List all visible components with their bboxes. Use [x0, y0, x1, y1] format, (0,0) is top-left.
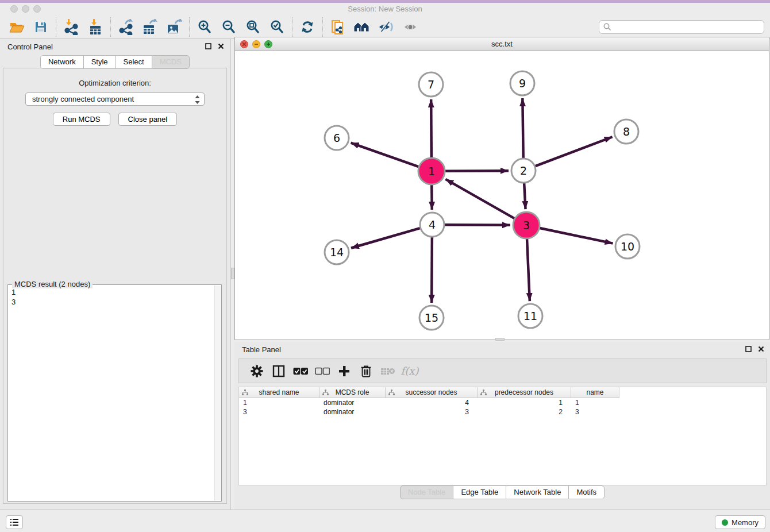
- tab-node-table[interactable]: Node Table: [400, 485, 454, 499]
- refresh-button[interactable]: [295, 17, 319, 37]
- close-panel-icon[interactable]: [758, 346, 764, 352]
- result-scrollbar[interactable]: [214, 286, 221, 500]
- graph-node-1[interactable]: 1: [418, 158, 445, 184]
- graph-node-15[interactable]: 15: [419, 306, 444, 330]
- graph-node-9[interactable]: 9: [510, 71, 534, 95]
- graph-node-3[interactable]: 3: [513, 212, 540, 238]
- zoom-in-icon: [197, 20, 212, 34]
- export-image-button[interactable]: [162, 17, 186, 37]
- show-graphics-details-button[interactable]: [398, 17, 422, 37]
- graph-edge-1-6[interactable]: [351, 143, 419, 167]
- graph-edge-4-14[interactable]: [351, 228, 420, 248]
- table-cell[interactable]: dominator: [319, 407, 386, 417]
- tab-select[interactable]: Select: [116, 55, 152, 69]
- graph-edge-2-9[interactable]: [522, 98, 523, 158]
- task-history-button[interactable]: [6, 515, 23, 529]
- graph-edge-3-1[interactable]: [445, 179, 514, 218]
- graph-edge-3-11[interactable]: [527, 239, 530, 301]
- zoom-out-button[interactable]: [217, 17, 241, 37]
- column-header-predecessor-nodes[interactable]: predecessor nodes: [478, 387, 571, 398]
- unchecked-boxes-icon: [315, 367, 330, 375]
- graph-node-2[interactable]: 2: [511, 159, 536, 183]
- tab-style[interactable]: Style: [83, 55, 116, 69]
- graph-node-label: 11: [523, 310, 537, 322]
- graph-node-6[interactable]: 6: [325, 126, 349, 150]
- table-cell[interactable]: 3: [239, 407, 319, 417]
- table-cell[interactable]: dominator: [319, 398, 386, 407]
- graph-edge-1-7[interactable]: [431, 99, 432, 157]
- export-network-button[interactable]: [114, 17, 138, 37]
- graph-node-4[interactable]: 4: [420, 213, 444, 237]
- zoom-fit-button[interactable]: [241, 17, 265, 37]
- toggle-columns-button[interactable]: [268, 361, 290, 381]
- search-field[interactable]: [599, 20, 764, 34]
- table-cell[interactable]: 1: [239, 398, 319, 407]
- graph-edge-3-10[interactable]: [540, 228, 613, 244]
- float-panel-icon[interactable]: [745, 346, 752, 352]
- share-document-button[interactable]: [326, 17, 350, 37]
- eye-icon: [402, 20, 418, 34]
- graph-node-label: 10: [621, 240, 634, 253]
- deselect-all-button[interactable]: [311, 361, 333, 381]
- tab-motifs[interactable]: Motifs: [568, 485, 605, 499]
- function-builder-button[interactable]: f(x): [399, 361, 421, 381]
- graph-node-label: 1: [428, 165, 435, 178]
- tab-edge-table[interactable]: Edge Table: [453, 485, 506, 499]
- graph-edge-4-15[interactable]: [432, 237, 432, 303]
- import-table-button[interactable]: [83, 17, 107, 37]
- table-settings-button[interactable]: [246, 361, 268, 381]
- graph-node-11[interactable]: 11: [518, 304, 542, 328]
- run-mcds-button[interactable]: Run MCDS: [53, 113, 110, 126]
- tab-network-table[interactable]: Network Table: [506, 485, 569, 499]
- optimization-criterion-label: Optimization criterion:: [3, 79, 226, 87]
- graph-edge-1-2[interactable]: [445, 171, 509, 171]
- graph-node-label: 4: [429, 218, 436, 231]
- table-cell[interactable]: 3: [386, 407, 478, 417]
- table-cell[interactable]: 3: [571, 407, 619, 417]
- mcds-result-text[interactable]: 13: [9, 286, 214, 500]
- export-network-icon: [118, 19, 133, 35]
- export-table-button[interactable]: [138, 17, 162, 37]
- graph-node-14[interactable]: 14: [325, 240, 349, 264]
- save-session-button[interactable]: [29, 17, 53, 37]
- graph-edge-2-3[interactable]: [524, 183, 525, 209]
- table-cell[interactable]: 1: [571, 398, 619, 407]
- zoom-in-button[interactable]: [192, 17, 217, 37]
- table-cell[interactable]: 1: [478, 398, 571, 407]
- column-header-shared-name[interactable]: shared name: [239, 387, 319, 398]
- tab-mcds[interactable]: MCDS: [152, 55, 190, 69]
- zoom-selected-button[interactable]: [265, 17, 289, 37]
- criterion-dropdown[interactable]: strongly connected component: [25, 92, 205, 106]
- column-header-name[interactable]: name: [571, 387, 619, 398]
- graph-edge-2-8[interactable]: [536, 137, 613, 166]
- close-panel-icon[interactable]: [218, 43, 224, 49]
- open-session-button[interactable]: [5, 17, 29, 37]
- search-input[interactable]: [612, 21, 764, 33]
- horizontal-splitter-handle[interactable]: [495, 338, 505, 341]
- table-row[interactable]: 1dominator411: [239, 398, 766, 407]
- add-row-button[interactable]: [333, 361, 355, 381]
- column-header-successor-nodes[interactable]: successor nodes: [386, 387, 478, 398]
- refresh-icon: [300, 20, 315, 34]
- app-title: Session: New Session: [0, 5, 770, 13]
- delete-rows-button[interactable]: [355, 361, 377, 381]
- column-header-MCDS-role[interactable]: MCDS role: [319, 387, 386, 398]
- memory-button[interactable]: Memory: [715, 515, 765, 529]
- import-network-button[interactable]: [59, 17, 83, 37]
- delete-table-button[interactable]: [377, 361, 399, 381]
- graph-node-10[interactable]: 10: [615, 234, 640, 259]
- select-all-button[interactable]: [290, 361, 311, 381]
- graph-node-7[interactable]: 7: [419, 72, 443, 97]
- close-panel-button[interactable]: Close panel: [118, 113, 178, 126]
- graph-node-label: 7: [428, 78, 434, 91]
- hide-graphics-details-button[interactable]: [374, 17, 398, 37]
- table-cell[interactable]: 4: [386, 398, 478, 407]
- graph-node-8[interactable]: 8: [614, 119, 638, 144]
- table-row[interactable]: 3dominator323: [239, 407, 766, 417]
- table-cell[interactable]: 2: [478, 407, 571, 417]
- tab-network[interactable]: Network: [40, 55, 84, 69]
- float-panel-icon[interactable]: [205, 43, 211, 49]
- network-canvas[interactable]: 7968124314101511: [235, 51, 769, 340]
- graph-edge-4-3[interactable]: [445, 225, 510, 225]
- home-button[interactable]: [350, 17, 374, 37]
